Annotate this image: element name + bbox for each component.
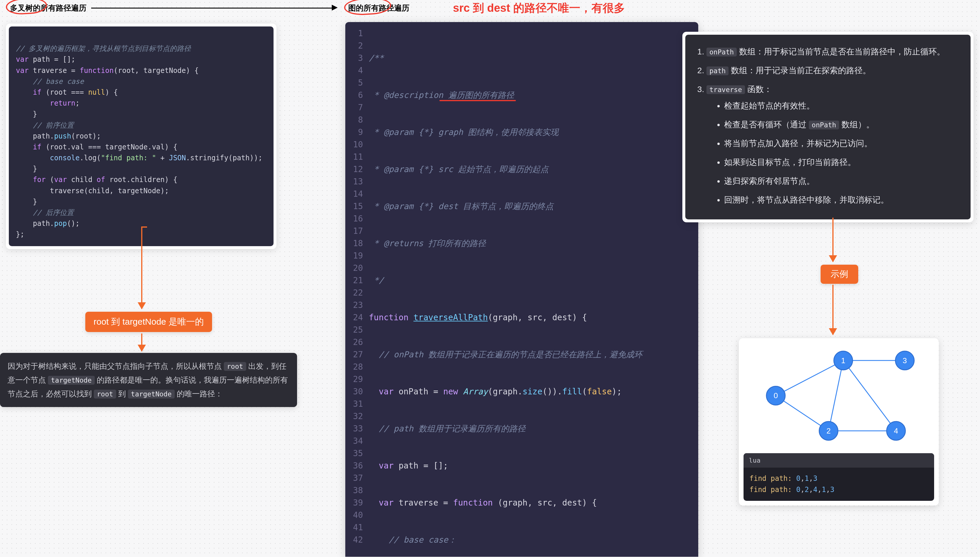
code-tk: ;: [75, 99, 80, 107]
code-line: // path 数组用于记录遍历所有的路径: [369, 424, 526, 433]
code-tk: Array: [463, 387, 488, 396]
code-tk: (root.val === targetNode.val) {: [41, 143, 177, 151]
list-text: 检查是否有循环（通过: [724, 120, 809, 129]
code-tk: (graph, src, dest) {: [498, 498, 597, 508]
list-text: 数组）。: [839, 120, 874, 129]
code-tk: traverseAllPath: [413, 313, 488, 322]
code-body: /** * @description 遍历图的所有路径 * @param {*}…: [369, 22, 698, 557]
graph-svg: 01234: [744, 343, 934, 448]
code-tk: child: [67, 176, 96, 184]
list-subitem: 将当前节点加入路径，并标记为已访问。: [724, 135, 960, 152]
code-line: * @param {*} dest 目标节点，即遍历的终点: [369, 202, 553, 211]
inline-code: traverse: [707, 85, 745, 94]
code-tk: for: [16, 176, 46, 184]
output-body: find path: 0,1,3find path: 0,2,4,1,3: [744, 467, 934, 501]
code-line: // 后序位置: [16, 208, 74, 217]
code-line: // base case: [16, 77, 84, 86]
code-tk: path = [];: [394, 461, 448, 471]
code-tk: function: [80, 67, 114, 75]
code-line: * @param {*} src 起始节点，即遍历的起点: [369, 164, 549, 174]
code-tk: var: [369, 498, 394, 508]
code-tk: path.: [16, 132, 54, 140]
list-text: 数组：用于标记当前节点是否在当前路径中，防止循环。: [737, 47, 945, 56]
right-explain-inner: onPath 数组：用于标记当前节点是否在当前路径中，防止循环。 path 数组…: [685, 35, 970, 219]
explain-text: 到: [116, 389, 128, 398]
svg-text:0: 0: [773, 391, 778, 400]
list-subitem: 检查起始节点的有效性。: [724, 98, 960, 114]
code-tk: .log(: [80, 154, 101, 162]
list-subitem: 回溯时，将节点从路径中移除，并取消标记。: [724, 192, 960, 208]
code-tk: path.: [16, 219, 54, 228]
title-right: 图的所有路径遍历: [348, 3, 409, 13]
svg-text:1: 1: [841, 357, 845, 365]
inline-code: path: [707, 67, 729, 75]
list-text: 函数：: [745, 85, 772, 94]
code-tk: null: [88, 88, 105, 96]
svg-text:4: 4: [894, 427, 898, 435]
code-line: * @returns 打印所有的路径: [369, 238, 486, 248]
main-code-block: 1234567891011121314151617181920212223242…: [345, 22, 698, 557]
svg-line-2: [829, 360, 843, 431]
code-tk: traverse =: [394, 498, 453, 508]
code-tk: var: [54, 176, 67, 184]
inline-code: onPath: [707, 48, 737, 57]
code-tk: fill: [562, 387, 582, 396]
code-tk: );: [612, 387, 622, 396]
svg-text:3: 3: [903, 357, 907, 365]
code-tk: .stringify(path));: [186, 154, 262, 162]
list-subitem: 如果到达目标节点，打印当前路径。: [724, 154, 960, 171]
code-line: // 多叉树的遍历框架，寻找从根节点到目标节点的路径: [16, 44, 191, 53]
list-subitem: 检查是否有循环（通过 onPath 数组）。: [724, 116, 960, 133]
code-tk: (root ===: [41, 88, 88, 96]
code-tk: ();: [67, 219, 80, 228]
title-left: 多叉树的所有路径遍历: [10, 3, 86, 13]
list-item: traverse 函数： 检查起始节点的有效性。 检查是否有循环（通过 onPa…: [707, 81, 960, 208]
explain-text: 的唯一路径：: [175, 389, 223, 398]
code-tk: (graph, src, dest) {: [488, 313, 587, 322]
arrow-example-to-graph: [832, 285, 833, 335]
red-underline-returns: [440, 100, 516, 101]
orange-tag-example: 示例: [820, 265, 858, 284]
code-tk: var: [16, 67, 29, 75]
code-tk: traverse =: [29, 67, 80, 75]
arrow-to-tag1: [141, 226, 142, 309]
code-tk: (graph.: [488, 387, 523, 396]
list-item: onPath 数组：用于标记当前节点是否在当前路径中，防止循环。: [707, 44, 960, 60]
explain-card: 因为对于树结构来说，只能由父节点指向子节点，所以从根节点 root 出发，到任意…: [0, 353, 297, 407]
explain-text: 因为对于树结构来说，只能由父节点指向子节点，所以从根节点: [8, 362, 224, 371]
code-tk: root.children) {: [105, 176, 177, 184]
code-line: * @description 遍历图的所有路径: [369, 90, 514, 100]
code-tk: "find path: ": [101, 154, 156, 162]
svg-line-4: [843, 360, 896, 431]
left-code-inner: // 多叉树的遍历框架，寻找从根节点到目标节点的路径 var path = []…: [9, 26, 273, 246]
code-tk: ) {: [105, 88, 118, 96]
svg-text:2: 2: [827, 427, 830, 435]
code-tk: onPath =: [394, 387, 443, 396]
arrow-titles-head: [332, 5, 338, 11]
left-code-card: // 多叉树的遍历框架，寻找从根节点到目标节点的路径 var path = []…: [6, 23, 277, 249]
inline-code-root2: root: [94, 390, 116, 399]
inline-code: onPath: [809, 121, 839, 129]
list-item: path 数组：用于记录当前正在探索的路径。: [707, 62, 960, 79]
code-line: */: [369, 275, 384, 285]
code-tk: console: [16, 154, 80, 162]
code-tk: size: [523, 387, 542, 396]
code-tk: push: [54, 132, 71, 140]
output-block: lua find path: 0,1,3find path: 0,2,4,1,3: [744, 453, 934, 501]
code-tk: ()).: [542, 387, 562, 396]
output-lang-label: lua: [744, 453, 934, 467]
inline-code-root: root: [224, 362, 246, 371]
graph-edges: [776, 360, 905, 431]
code-line: // base case：: [369, 535, 456, 545]
code-tk: (root, targetNode) {: [114, 67, 199, 75]
inline-code-target: targetNode: [48, 376, 94, 385]
code-tk: +: [156, 154, 169, 162]
code-tk: pop: [54, 219, 67, 228]
red-annotation: src 到 dest 的路径不唯一，有很多: [453, 1, 625, 16]
code-tk: (root);: [71, 132, 101, 140]
list-text: 数组：用于记录当前正在探索的路径。: [729, 66, 871, 75]
list-subitem: 递归探索所有邻居节点。: [724, 173, 960, 189]
code-tk: of: [97, 176, 105, 184]
code-tk: function: [369, 313, 413, 322]
code-line: // onPath 数组用于记录正在遍历的节点是否已经在路径上，避免成环: [369, 350, 642, 359]
